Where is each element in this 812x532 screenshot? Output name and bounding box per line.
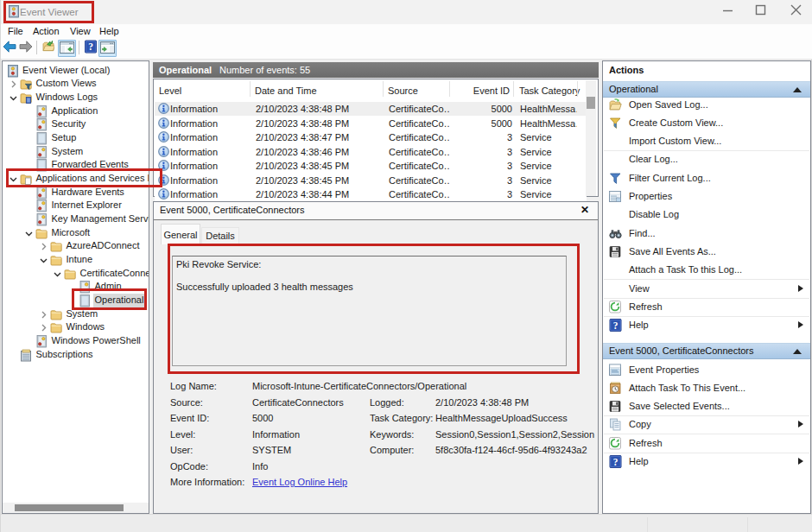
menu-view[interactable]: View: [70, 26, 91, 36]
tree-item-hardware-events[interactable]: Hardware Events: [3, 186, 149, 200]
tree-item-microsoft[interactable]: Microsoft: [3, 226, 149, 240]
toolbar-back-button[interactable]: [3, 40, 16, 55]
toolbar-forward-button[interactable]: [18, 40, 33, 55]
action-attach-a-task-to-this-log[interactable]: Attach a Task To this Log...: [603, 261, 810, 279]
field-value: 5f8c30fa-f124-46cf-95d6-4f93243a2: [435, 445, 598, 455]
tree-item-system[interactable]: System: [3, 307, 149, 321]
menu-help[interactable]: Help: [99, 26, 119, 36]
tree-item-windows[interactable]: Windows: [3, 320, 149, 334]
action-help[interactable]: ?Help: [603, 316, 810, 334]
tree-item-windows-powershell[interactable]: Windows PowerShell: [3, 334, 149, 348]
event-row[interactable]: Information2/10/2023 4:38:45 PMCertifica…: [155, 174, 587, 187]
column-header-task-category[interactable]: Task Category: [519, 79, 580, 100]
action-create-custom-view[interactable]: Create Custom View...: [603, 114, 810, 132]
tree-item-windows-logs[interactable]: Windows Logs: [3, 91, 149, 104]
field-label: Logged:: [370, 397, 404, 408]
tab-details[interactable]: Details: [201, 227, 239, 244]
minimize-button[interactable]: [710, 0, 745, 22]
action-copy[interactable]: Copy: [603, 415, 810, 434]
event-row[interactable]: Information2/10/2023 4:38:47 PMCertifica…: [155, 130, 587, 144]
tree-scrollbar-thumb[interactable]: [15, 504, 124, 511]
close-button[interactable]: [778, 0, 812, 22]
tree-item-event-viewer-local-[interactable]: Event Viewer (Local): [3, 64, 149, 78]
action-find[interactable]: Find...: [603, 225, 810, 243]
toolbar-show-action-pane-button[interactable]: [98, 40, 117, 57]
event-row[interactable]: Information2/10/2023 4:38:48 PMCertifica…: [155, 117, 587, 130]
cell-datetime: 2/10/2023 4:38:44 PM: [256, 187, 382, 201]
event-row[interactable]: Information2/10/2023 4:38:45 PMCertifica…: [155, 159, 587, 173]
tree-item-applications-and-services-logs[interactable]: Applications and Services Logs: [3, 172, 149, 186]
field-value: HealthMessageUploadSuccess: [435, 413, 598, 423]
event-properties-icon: [609, 364, 622, 377]
column-header-event-id[interactable]: Event ID: [473, 79, 510, 100]
action-refresh[interactable]: Refresh: [603, 298, 810, 316]
maximize-button[interactable]: [744, 0, 778, 22]
chevron-down-icon[interactable]: [9, 92, 18, 102]
field-label: Log Name:: [170, 381, 217, 391]
action-disable-log[interactable]: Disable Log: [603, 206, 810, 224]
tree-item-operational[interactable]: Operational: [3, 294, 149, 307]
toolbar-help-button[interactable]: ?: [84, 40, 97, 55]
tree-item-setup[interactable]: Setup: [3, 131, 149, 145]
tree-item-internet-explorer[interactable]: Internet Explorer: [3, 199, 149, 212]
tree-item-key-management-service[interactable]: Key Management Service: [3, 212, 149, 226]
event-log-online-help-link[interactable]: Event Log Online Help: [252, 477, 347, 487]
chevron-right-icon[interactable]: [39, 322, 48, 332]
column-header-level[interactable]: Level: [159, 79, 181, 100]
menu-action[interactable]: Action: [33, 26, 60, 36]
field-value[interactable]: Event Log Online Help: [252, 477, 572, 487]
tree-item-application[interactable]: Application: [3, 104, 149, 118]
information-level-icon: [158, 174, 169, 186]
action-properties[interactable]: Properties: [603, 187, 810, 206]
field-label: Level:: [170, 429, 195, 440]
column-header-date-and-time[interactable]: Date and Time: [255, 79, 317, 100]
action-help[interactable]: ?Help: [603, 453, 810, 471]
toolbar-export-list-button[interactable]: [41, 40, 55, 55]
action-filter-current-log[interactable]: Filter Current Log...: [603, 169, 810, 187]
action-save-selected-events[interactable]: Save Selected Events...: [603, 397, 810, 415]
toolbar-show-console-tree-button[interactable]: [58, 40, 76, 57]
event-list-scrollbar-thumb[interactable]: [587, 97, 595, 109]
tree-item-intune[interactable]: Intune: [3, 253, 149, 267]
chevron-down-icon[interactable]: [53, 269, 62, 278]
tree-horizontal-scrollbar[interactable]: [3, 503, 149, 513]
chevron-right-icon[interactable]: [9, 79, 18, 88]
event-list-scrollbar[interactable]: [586, 80, 596, 196]
tree-item-system[interactable]: System: [3, 145, 149, 159]
column-header-source[interactable]: Source: [388, 79, 418, 100]
tree-item-certificateconnectors[interactable]: CertificateConnectors: [3, 267, 149, 281]
action-open-saved-log[interactable]: Open Saved Log...: [603, 96, 810, 114]
chevron-down-icon[interactable]: [9, 174, 18, 183]
chevron-right-icon[interactable]: [39, 309, 48, 319]
action-attach-task-to-this-event[interactable]: Attach Task To This Event...: [603, 379, 810, 397]
tree-item-azureadconnect[interactable]: AzureADConnect: [3, 239, 149, 253]
action-clear-log[interactable]: Clear Log...: [603, 150, 810, 168]
action-save-all-events-as[interactable]: Save All Events As...: [603, 243, 810, 261]
tree-item-subscriptions[interactable]: Subscriptions: [3, 348, 149, 362]
action-label: Help: [629, 316, 649, 334]
menu-file[interactable]: File: [8, 26, 23, 36]
tree-item-forwarded-events[interactable]: Forwarded Events: [3, 158, 149, 172]
collapse-caret-icon[interactable]: [793, 87, 802, 92]
chevron-right-icon[interactable]: [39, 241, 48, 250]
event-row[interactable]: Information2/10/2023 4:38:46 PMCertifica…: [155, 145, 587, 159]
tree-item-security[interactable]: Security: [3, 117, 149, 131]
tree-item-label: Windows: [65, 320, 108, 334]
toolbar-separator: [79, 41, 79, 54]
action-label: View: [629, 280, 650, 298]
action-refresh[interactable]: Refresh: [603, 434, 810, 453]
event-row[interactable]: Information2/10/2023 4:38:48 PMCertifica…: [155, 102, 587, 116]
tree-item-admin[interactable]: Admin: [3, 280, 149, 294]
action-event-properties[interactable]: Event Properties: [603, 361, 810, 379]
action-view[interactable]: View: [603, 280, 810, 298]
cell-level: Information: [170, 159, 250, 173]
chevron-down-icon[interactable]: [24, 228, 34, 238]
preview-close-icon[interactable]: ✕: [580, 204, 589, 216]
collapse-caret-icon[interactable]: [793, 349, 802, 354]
chevron-down-icon[interactable]: [39, 255, 48, 264]
tab-general[interactable]: General: [161, 224, 200, 244]
actions-section-header[interactable]: Event 5000, CertificateConnectors: [603, 343, 810, 359]
action-import-custom-view[interactable]: Import Custom View...: [603, 132, 810, 150]
tree-item-custom-views[interactable]: Custom Views: [3, 77, 149, 91]
event-row[interactable]: Information2/10/2023 4:38:44 PMCertifica…: [155, 187, 587, 201]
